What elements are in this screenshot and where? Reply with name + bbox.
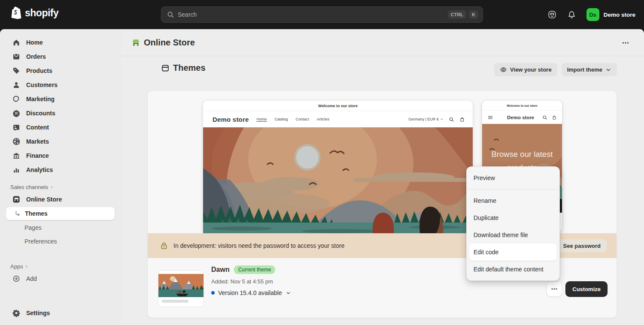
- announcement-bar: Welcome to our store: [482, 101, 562, 110]
- sales-channels-header[interactable]: Sales channels ›: [0, 182, 121, 192]
- eye-icon: [500, 66, 507, 73]
- preview-link-articles: Articles: [317, 117, 330, 121]
- finance-bank-icon: [12, 151, 21, 160]
- current-theme-badge: Current theme: [234, 265, 276, 274]
- sidebar-item-home[interactable]: Home: [0, 35, 121, 49]
- content-icon: [12, 123, 21, 132]
- theme-name: Dawn: [211, 266, 230, 274]
- themes-heading: Themes: [161, 63, 206, 73]
- thumbnail-browser-chrome: [158, 271, 204, 274]
- sidebar-item-settings[interactable]: Settings: [0, 306, 121, 320]
- sidebar-item-discounts[interactable]: Discounts: [0, 106, 121, 120]
- sidebar-item-markets[interactable]: $ Markets: [0, 134, 121, 148]
- header-more-button[interactable]: [619, 37, 632, 49]
- heading-actions: View your store Import theme: [494, 63, 617, 76]
- global-search[interactable]: CTRL K: [161, 6, 483, 23]
- themes-heading-row: Themes View your store Import theme: [121, 56, 644, 90]
- see-password-button[interactable]: See password: [557, 239, 607, 252]
- preview-link-home: Home: [257, 117, 267, 121]
- account-menu[interactable]: Ds Demo store: [586, 8, 635, 21]
- thumbnail-illustration: [158, 274, 204, 297]
- sidebar-item-finance[interactable]: Finance: [0, 148, 121, 162]
- sidebar-item-online-store[interactable]: Online Store: [0, 192, 121, 206]
- preview-locale: Germany | EUR €: [408, 117, 444, 121]
- home-icon: [12, 38, 21, 47]
- sidebar-item-analytics[interactable]: Analytics: [0, 162, 121, 177]
- theme-added-date: Added: Nov 5 at 4:55 pm: [211, 278, 291, 285]
- theme-thumbnail[interactable]: [158, 270, 204, 307]
- markets-globe-icon: $: [12, 137, 21, 146]
- topbar: shopify CTRL K: [0, 0, 644, 29]
- chevron-down-icon: [605, 67, 611, 73]
- sidebar-item-marketing[interactable]: Marketing: [0, 92, 121, 106]
- preview-store-name: Demo store: [213, 116, 249, 123]
- preview-nav-links: Home Catalog Contact Articles: [257, 117, 330, 121]
- announcement-bar: Welcome to our store: [203, 101, 473, 111]
- sidebar-item-pages[interactable]: Pages: [0, 221, 121, 235]
- theme-actions-menu: Preview Rename Duplicate Download theme …: [466, 166, 560, 281]
- menu-item-rename[interactable]: Rename: [469, 192, 557, 209]
- dots-horizontal-icon: [621, 39, 630, 47]
- chevron-down-icon: [286, 290, 291, 296]
- notifications-bell-icon[interactable]: [567, 9, 577, 20]
- cart-bag-icon: [459, 117, 465, 122]
- thumbnail-placeholder-bar: [162, 300, 188, 303]
- shopify-logo[interactable]: shopify: [10, 6, 58, 20]
- preview-nav-right: Germany | EUR €: [408, 117, 465, 122]
- view-your-store-button[interactable]: View your store: [494, 63, 557, 76]
- theme-version-row[interactable]: Version 15.4.0 available: [211, 289, 291, 296]
- store-name-label: Demo store: [604, 12, 635, 18]
- desktop-theme-preview[interactable]: Welcome to our store Demo store Home Cat…: [203, 101, 473, 233]
- theme-more-actions-button[interactable]: [547, 281, 562, 297]
- customize-button[interactable]: Customize: [565, 281, 608, 297]
- hero-illustration: [203, 127, 473, 233]
- corner-down-right-icon: [14, 210, 21, 217]
- sidebar-item-customers[interactable]: Customers: [0, 78, 121, 92]
- sidebar-item-content[interactable]: Content: [0, 120, 121, 134]
- preview-store-name: Demo store: [507, 115, 534, 120]
- search-icon: [167, 11, 174, 18]
- avatar: Ds: [586, 8, 599, 21]
- sidebar-item-products[interactable]: Products: [0, 63, 121, 78]
- plus-circle-icon: [12, 274, 21, 283]
- shopify-admin: shopify CTRL K: [0, 0, 644, 325]
- sidebar-item-preferences[interactable]: Preferences: [0, 235, 121, 248]
- preview-link-contact: Contact: [296, 117, 309, 121]
- dots-horizontal-icon: [550, 285, 558, 293]
- discounts-icon: [12, 109, 21, 117]
- shopify-wordmark: shopify: [25, 7, 58, 19]
- page-header: Online Store: [121, 29, 644, 56]
- cart-bag-icon: [552, 115, 557, 120]
- theme-actions: Customize: [547, 281, 608, 297]
- customers-icon: [12, 81, 21, 89]
- menu-item-duplicate[interactable]: Duplicate: [469, 209, 557, 226]
- analytics-bars-icon: [12, 166, 21, 174]
- sidebar: Home Orders Products Customers Marketing…: [0, 29, 121, 325]
- import-theme-button[interactable]: Import theme: [562, 63, 617, 76]
- apps-header[interactable]: Apps ›: [0, 261, 121, 271]
- search-input[interactable]: [178, 11, 445, 18]
- products-tag-icon: [12, 66, 21, 75]
- chevron-down-icon: [440, 117, 444, 121]
- settings-row: Settings: [0, 306, 121, 320]
- update-available-dot: [211, 291, 215, 295]
- version-label: Version 15.4.0 available: [218, 289, 282, 296]
- sidebar-item-add-app[interactable]: Add: [0, 271, 121, 286]
- menu-item-preview[interactable]: Preview: [469, 169, 557, 187]
- themes-window-icon: [161, 64, 170, 72]
- search-icon: [449, 117, 454, 122]
- marketing-target-icon: [12, 95, 21, 103]
- menu-item-download-theme-file[interactable]: Download theme file: [469, 226, 557, 244]
- preview-nav-icons: [542, 115, 557, 120]
- preview-nav: Demo store Home Catalog Contact Articles…: [203, 111, 473, 127]
- lock-icon: [160, 241, 168, 250]
- menu-item-edit-code[interactable]: Edit code: [469, 244, 557, 261]
- sidebar-item-orders[interactable]: Orders: [0, 49, 121, 63]
- menu-divider: [467, 189, 559, 190]
- dev-mode-icon[interactable]: [547, 9, 557, 20]
- kbd-k: K: [469, 10, 478, 19]
- hamburger-menu-icon: [487, 114, 493, 120]
- sidebar-item-themes-selected[interactable]: Themes: [6, 207, 115, 220]
- chevron-right-icon: ›: [26, 263, 27, 269]
- menu-item-edit-default-theme-content[interactable]: Edit default theme content: [469, 261, 557, 278]
